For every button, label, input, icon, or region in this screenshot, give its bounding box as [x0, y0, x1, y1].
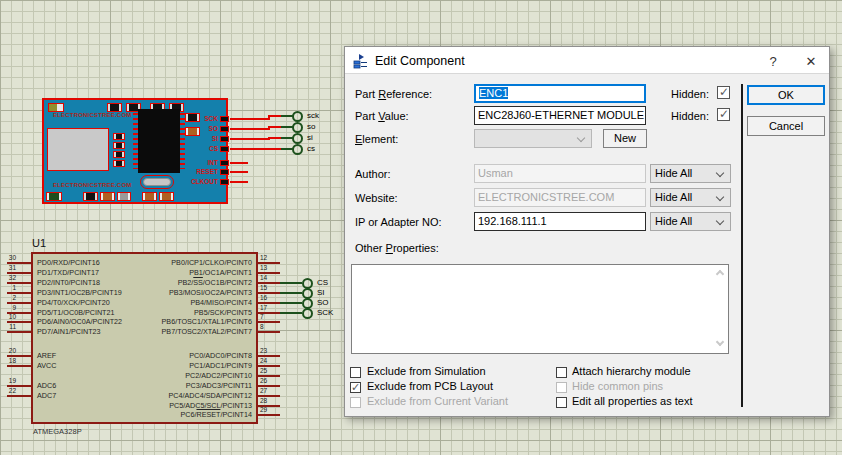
module-pin-pad[interactable] — [220, 136, 229, 142]
mcu-pin-number: 2 — [0, 294, 16, 302]
terminal[interactable] — [292, 122, 303, 133]
edit-component-dialog: Edit Component ? ✕ Part Reference: ENC1 … — [344, 46, 830, 417]
mcu-pin-name: PC0/ADC0/PCINT8 — [66, 351, 252, 360]
module-pin-pad[interactable] — [220, 169, 229, 175]
module-pin-stub[interactable] — [230, 181, 248, 183]
help-button[interactable]: ? — [765, 54, 781, 69]
part-reference-label: Part Reference: — [355, 88, 432, 100]
mcu-pin-number: 28 — [260, 397, 276, 405]
smd-component — [113, 160, 125, 167]
wire[interactable] — [230, 118, 270, 120]
mcu-pin-number: 14 — [260, 274, 276, 282]
mcu-pin-number: 27 — [260, 387, 276, 395]
ok-button[interactable]: OK — [747, 85, 825, 105]
mcu-pin-number: 11 — [0, 323, 16, 331]
scroll-down-icon[interactable] — [716, 338, 724, 346]
option-left-checkbox[interactable] — [350, 367, 361, 378]
wire[interactable] — [280, 312, 302, 314]
mcu-pin-name: PB5/SCK/PCINT5 — [66, 308, 252, 317]
module-pin-pad[interactable] — [220, 160, 229, 166]
other-properties-label: Other Properties: — [355, 242, 439, 254]
schematic-canvas[interactable]: ELECTRONICSTREE.COM ELECTRONICSTREE.COM … — [0, 0, 842, 455]
mcu-pin-name: PB3/MOSI/OC2A/PCINT3 — [66, 288, 252, 297]
module-pin-pad[interactable] — [220, 146, 229, 152]
option-left-checkbox[interactable] — [350, 382, 361, 393]
chevron-down-icon — [577, 134, 585, 142]
module-silkscreen-text: ELECTRONICSTREE.COM — [53, 182, 131, 188]
wire[interactable] — [280, 302, 302, 304]
mcu-pin-number: 13 — [260, 264, 276, 272]
part-reference-input[interactable]: ENC1 — [474, 84, 646, 103]
mcu-pin-number: 1 — [0, 284, 16, 292]
website-visibility-dropdown[interactable]: Hide All — [650, 188, 731, 207]
cancel-button[interactable]: Cancel — [747, 116, 825, 136]
mcu-pin-stub[interactable] — [258, 414, 280, 416]
dialog-titlebar[interactable]: Edit Component ? ✕ — [345, 47, 829, 74]
author-visibility-dropdown[interactable]: Hide All — [650, 164, 731, 183]
ip-adapter-input[interactable]: 192.168.111.1 — [474, 212, 646, 231]
mcu-pin-number: 23 — [260, 347, 276, 355]
module-pin-label: SCK — [140, 115, 218, 122]
option-right-checkbox[interactable] — [556, 397, 567, 408]
wire[interactable] — [268, 115, 282, 117]
mcu-pin-number: 20 — [0, 347, 16, 355]
terminal[interactable] — [302, 308, 313, 319]
module-pin-pad[interactable] — [220, 179, 229, 185]
terminal-label: cs — [307, 144, 315, 154]
mcu-pin-stub[interactable] — [258, 331, 280, 333]
module-pin-pad[interactable] — [220, 126, 229, 132]
module-silkscreen-text: ELECTRONICSTREE.COM — [53, 112, 131, 118]
wire[interactable] — [280, 292, 302, 294]
module-pin-label: SI — [140, 135, 218, 142]
wire[interactable] — [230, 138, 270, 140]
part-value-input[interactable]: ENC28J60-ETHERNET MODULE — [474, 106, 646, 125]
mcu-pin-name: PC3/ADC3/PCINT11 — [66, 381, 252, 390]
ip-adapter-label: IP or Adapter NO: — [355, 216, 442, 228]
module-pin-pad[interactable] — [220, 116, 229, 122]
mcu-pin-name: ADC6 — [37, 381, 56, 390]
website-label: Website: — [355, 192, 398, 204]
mcu-pin-number: 31 — [0, 264, 16, 272]
mcu-pin-number: 30 — [0, 254, 16, 262]
wire[interactable] — [230, 148, 270, 150]
mcu-pin-number: 7 — [260, 313, 276, 321]
wire[interactable] — [230, 128, 270, 130]
smd-component — [107, 103, 122, 112]
mcu-pin-name: PB2/SS/OC1B/PCINT2 — [66, 278, 252, 287]
terminal-label: SCK — [317, 308, 333, 318]
mcu-pin-number: 15 — [260, 284, 276, 292]
chevron-down-icon — [716, 169, 724, 177]
enc28j60-module[interactable]: ELECTRONICSTREE.COM ELECTRONICSTREE.COM … — [42, 98, 228, 204]
mcu-pin-stub[interactable] — [7, 365, 31, 367]
terminal[interactable] — [292, 133, 303, 144]
other-properties-textarea[interactable] — [351, 264, 729, 354]
module-pin-stub[interactable] — [230, 162, 248, 164]
mcu-pin-name: PB1/OC1A/PCINT1 — [66, 268, 252, 277]
chevron-down-icon — [716, 193, 724, 201]
close-button[interactable]: ✕ — [803, 54, 819, 69]
option-right-label: Hide common pins — [572, 380, 663, 392]
module-pin-stub[interactable] — [230, 171, 248, 173]
ip-visibility-dropdown[interactable]: Hide All — [650, 212, 731, 231]
wire[interactable] — [268, 126, 282, 128]
mcu-pin-name: PC6/RESET/PCINT14 — [66, 410, 252, 419]
wire[interactable] — [268, 148, 282, 150]
wire[interactable] — [280, 282, 302, 284]
smd-component — [83, 192, 98, 201]
mcu-pin-stub[interactable] — [7, 331, 31, 333]
smd-component — [159, 192, 174, 201]
terminal[interactable] — [292, 144, 303, 155]
option-right-checkbox[interactable] — [556, 367, 567, 378]
scroll-up-icon[interactable] — [716, 270, 724, 278]
mcu-pin-number: 25 — [260, 367, 276, 375]
part-value-hidden-checkbox[interactable] — [717, 108, 730, 121]
terminal[interactable] — [292, 111, 303, 122]
wire[interactable] — [268, 137, 282, 139]
part-value-label: Part Value: — [355, 110, 409, 122]
new-button[interactable]: New — [603, 129, 647, 148]
rj45-connector — [47, 128, 109, 171]
mcu-pin-stub[interactable] — [7, 395, 31, 397]
part-reference-hidden-checkbox[interactable] — [717, 86, 730, 99]
option-left-label: Exclude from Current Variant — [367, 395, 508, 407]
mcu-pin-name: PB0/ICP1/CLKO/PCINT0 — [66, 258, 252, 267]
